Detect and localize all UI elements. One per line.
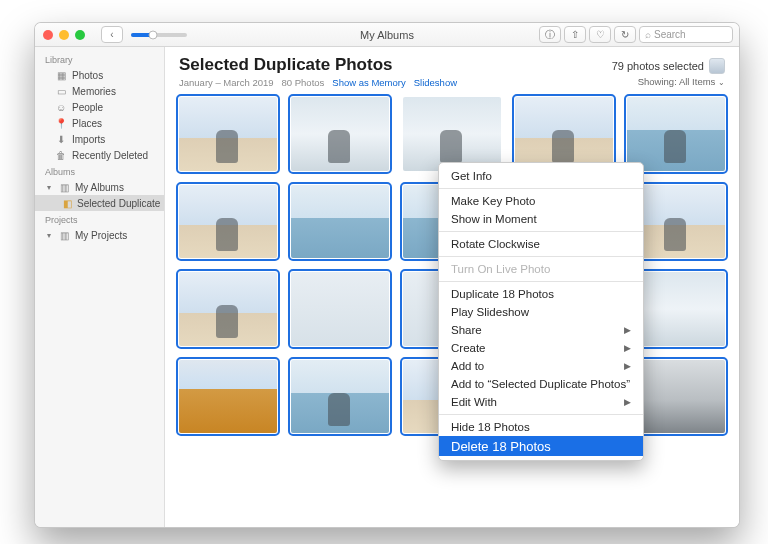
rotate-icon: ↻ bbox=[621, 29, 629, 40]
info-icon: ⓘ bbox=[545, 28, 555, 42]
menu-item-delete[interactable]: Delete 18 Photos bbox=[439, 436, 643, 456]
share-button[interactable]: ⇧ bbox=[564, 26, 586, 43]
sidebar-item-photos[interactable]: ▦Photos bbox=[35, 67, 164, 83]
imports-icon: ⬇ bbox=[55, 133, 67, 145]
context-menu: Get Info Make Key Photo Show in Moment R… bbox=[438, 162, 644, 461]
menu-separator bbox=[439, 281, 643, 282]
photo-count: 80 Photos bbox=[282, 77, 325, 88]
sidebar-item-people[interactable]: ☺People bbox=[35, 99, 164, 115]
menu-item-create[interactable]: Create▶ bbox=[439, 339, 643, 357]
folder-icon: ▥ bbox=[58, 229, 70, 241]
chevron-right-icon: ▶ bbox=[624, 325, 631, 335]
avatar[interactable] bbox=[709, 58, 725, 74]
info-button[interactable]: ⓘ bbox=[539, 26, 561, 43]
share-icon: ⇧ bbox=[571, 29, 579, 40]
menu-item-add-to-album[interactable]: Add to “Selected Duplicate Photos” bbox=[439, 375, 643, 393]
sidebar-item-my-albums[interactable]: ▾▥My Albums bbox=[35, 179, 164, 195]
menu-item-show-in-moment[interactable]: Show in Moment bbox=[439, 210, 643, 228]
menu-item-play-slideshow[interactable]: Play Slideshow bbox=[439, 303, 643, 321]
chevron-down-icon: ⌄ bbox=[718, 78, 725, 87]
memories-icon: ▭ bbox=[55, 85, 67, 97]
date-range: January – March 2019 bbox=[179, 77, 274, 88]
menu-item-add-to[interactable]: Add to▶ bbox=[439, 357, 643, 375]
menu-separator bbox=[439, 256, 643, 257]
photo-thumb[interactable] bbox=[179, 360, 277, 434]
show-as-memory-link[interactable]: Show as Memory bbox=[332, 77, 405, 88]
photo-thumb[interactable] bbox=[627, 97, 725, 171]
disclosure-triangle-icon[interactable]: ▾ bbox=[45, 231, 53, 240]
photos-icon: ▦ bbox=[55, 69, 67, 81]
photo-thumb[interactable] bbox=[179, 272, 277, 346]
selection-count: 79 photos selected bbox=[612, 58, 725, 74]
menu-separator bbox=[439, 414, 643, 415]
menu-item-share[interactable]: Share▶ bbox=[439, 321, 643, 339]
menu-item-get-info[interactable]: Get Info bbox=[439, 167, 643, 185]
folder-icon: ▥ bbox=[58, 181, 70, 193]
chevron-right-icon: ▶ bbox=[624, 361, 631, 371]
menu-item-rotate-clockwise[interactable]: Rotate Clockwise bbox=[439, 235, 643, 253]
photo-thumb[interactable] bbox=[291, 97, 389, 171]
photo-thumb[interactable] bbox=[515, 97, 613, 171]
maximize-window-button[interactable] bbox=[75, 30, 85, 40]
people-icon: ☺ bbox=[55, 101, 67, 113]
sidebar-item-places[interactable]: 📍Places bbox=[35, 115, 164, 131]
heart-icon: ♡ bbox=[596, 29, 605, 40]
menu-item-turn-on-live-photo: Turn On Live Photo bbox=[439, 260, 643, 278]
photo-thumb[interactable] bbox=[179, 185, 277, 259]
menu-item-hide[interactable]: Hide 18 Photos bbox=[439, 418, 643, 436]
sidebar-item-my-projects[interactable]: ▾▥My Projects bbox=[35, 227, 164, 243]
zoom-slider[interactable] bbox=[131, 33, 187, 37]
chevron-right-icon: ▶ bbox=[624, 397, 631, 407]
photo-thumb[interactable] bbox=[291, 360, 389, 434]
places-icon: 📍 bbox=[55, 117, 67, 129]
sidebar-group-projects: Projects bbox=[35, 211, 164, 227]
minimize-window-button[interactable] bbox=[59, 30, 69, 40]
rotate-button[interactable]: ↻ bbox=[614, 26, 636, 43]
chevron-left-icon: ‹ bbox=[110, 29, 113, 40]
chevron-right-icon: ▶ bbox=[624, 343, 631, 353]
back-button[interactable]: ‹ bbox=[101, 26, 123, 43]
disclosure-triangle-icon[interactable]: ▾ bbox=[45, 183, 53, 192]
menu-item-make-key-photo[interactable]: Make Key Photo bbox=[439, 192, 643, 210]
search-input[interactable]: ⌕ Search bbox=[639, 26, 733, 43]
photo-thumb[interactable] bbox=[291, 272, 389, 346]
sidebar-item-recently-deleted[interactable]: 🗑Recently Deleted bbox=[35, 147, 164, 163]
menu-separator bbox=[439, 188, 643, 189]
menu-item-edit-with[interactable]: Edit With▶ bbox=[439, 393, 643, 411]
window-title: My Albums bbox=[360, 29, 414, 41]
sidebar: Library ▦Photos ▭Memories ☺People 📍Place… bbox=[35, 47, 165, 527]
album-icon: ◧ bbox=[63, 197, 72, 209]
photo-thumb[interactable] bbox=[403, 97, 501, 171]
titlebar: ‹ My Albums ⓘ ⇧ ♡ ↻ ⌕ Search bbox=[35, 23, 739, 47]
favorite-button[interactable]: ♡ bbox=[589, 26, 611, 43]
sidebar-item-selected-duplicate-photos[interactable]: ◧Selected Duplicate Photos bbox=[35, 195, 164, 211]
sidebar-item-imports[interactable]: ⬇Imports bbox=[35, 131, 164, 147]
zoom-slider-knob[interactable] bbox=[149, 30, 158, 39]
sidebar-group-library: Library bbox=[35, 51, 164, 67]
slideshow-link[interactable]: Slideshow bbox=[414, 77, 457, 88]
search-icon: ⌕ bbox=[645, 29, 651, 40]
sidebar-group-albums: Albums bbox=[35, 163, 164, 179]
sidebar-item-memories[interactable]: ▭Memories bbox=[35, 83, 164, 99]
toolbar-right: ⓘ ⇧ ♡ ↻ ⌕ Search bbox=[539, 26, 739, 43]
content-header: Selected Duplicate Photos 79 photos sele… bbox=[179, 55, 725, 75]
menu-separator bbox=[439, 231, 643, 232]
photo-thumb[interactable] bbox=[179, 97, 277, 171]
window-controls bbox=[43, 30, 85, 40]
trash-icon: 🗑 bbox=[55, 149, 67, 161]
close-window-button[interactable] bbox=[43, 30, 53, 40]
photo-thumb[interactable] bbox=[291, 185, 389, 259]
page-title: Selected Duplicate Photos bbox=[179, 55, 393, 75]
search-placeholder: Search bbox=[654, 29, 686, 40]
menu-item-duplicate[interactable]: Duplicate 18 Photos bbox=[439, 285, 643, 303]
